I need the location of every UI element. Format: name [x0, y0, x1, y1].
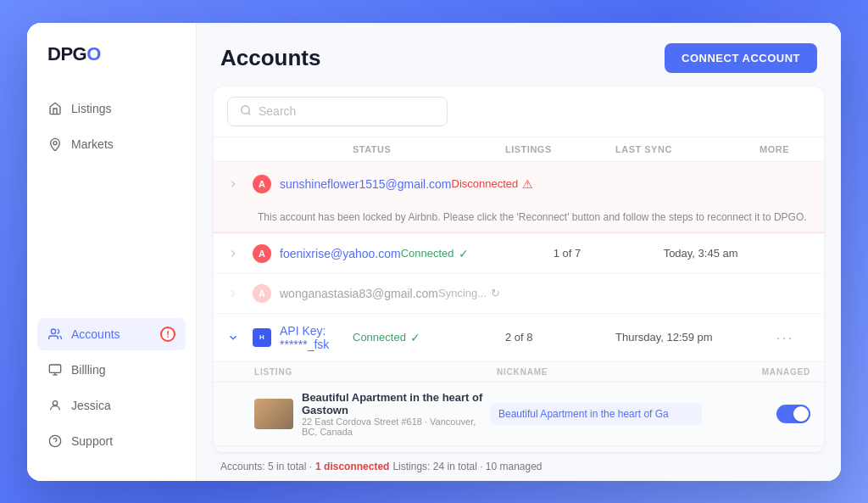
airbnb-icon-2: A	[253, 244, 271, 263]
listing-details-1: Beautiful Apartment in the heart of Gast…	[302, 391, 483, 437]
sub-col-listing: LISTING	[254, 367, 497, 377]
search-icon	[240, 104, 252, 119]
chevron-right-icon	[227, 178, 239, 190]
airbnb-icon: A	[253, 175, 271, 193]
check-icon-4: ✓	[410, 331, 420, 344]
footer-listings-label: Listings: 24 in total · 10 managed	[392, 461, 542, 472]
listing-row-2: ★★★★★ Amazing View! King Bed in the Sky …	[214, 446, 824, 452]
account-row-2: A foenixrise@yahoo.com Connected ✓ 1 of …	[214, 234, 824, 274]
page-title: Accounts	[220, 45, 320, 71]
search-placeholder: Search	[259, 104, 296, 118]
listing-name-1: Beautiful Apartment in the heart of Gast…	[302, 391, 483, 416]
sidebar-item-listings[interactable]: Listings	[37, 92, 186, 125]
help-circle-icon	[47, 433, 63, 449]
sidebar-item-label: Accounts	[71, 327, 120, 341]
account-rows: A sunshineflower1515@gmail.com Disconnec…	[214, 162, 824, 452]
users-icon	[47, 327, 63, 342]
sidebar-item-label: Support	[71, 434, 113, 448]
listing-row-1: Beautiful Apartment in the heart of Gast…	[214, 383, 824, 446]
accounts-badge: !	[160, 327, 175, 342]
nav-bottom: Accounts ! Billling Jessica Support	[27, 318, 196, 461]
connect-account-button[interactable]: CONNECT ACCOUNT	[665, 43, 817, 73]
sidebar-item-support[interactable]: Support	[37, 425, 186, 457]
logo-text: DPGO	[47, 43, 101, 65]
last-sync-2: Today, 3:45 am	[664, 247, 808, 260]
search-bar: Search	[214, 87, 824, 137]
airbnb-icon-3: A	[253, 284, 271, 303]
sidebar-item-accounts[interactable]: Accounts !	[37, 318, 186, 350]
sidebar-item-jessica[interactable]: Jessica	[37, 389, 186, 422]
account-name-3: A wonganastasia83@gmail.com	[227, 284, 438, 303]
accounts-table: Search STATUS LISTINGS LAST SYNC MORE	[214, 87, 824, 452]
home-icon	[47, 101, 63, 116]
svg-point-0	[53, 141, 57, 144]
footer-disconnected-label: 1 disconnected	[315, 461, 389, 472]
status-badge-connected-4: Connected ✓	[353, 331, 505, 344]
last-sync-4: Thursday, 12:59 pm	[615, 331, 760, 344]
svg-point-1	[51, 329, 55, 333]
sidebar-item-markets[interactable]: Markets	[37, 128, 186, 160]
listings-count-2: 1 of 7	[554, 247, 664, 260]
listing-thumb-1	[254, 399, 293, 429]
account-row-3: A wonganastasia83@gmail.com Syncing... ↻…	[214, 274, 824, 314]
sidebar-item-label: Jessica	[71, 399, 111, 412]
sidebar-item-label: Listings	[71, 102, 111, 115]
account-row-main-2[interactable]: A foenixrise@yahoo.com Connected ✓ 1 of …	[214, 234, 824, 273]
sync-icon: ↻	[491, 287, 500, 299]
chevron-right-icon-3	[227, 288, 239, 299]
svg-rect-2	[49, 365, 60, 372]
sub-col-managed: MANAGED	[709, 367, 810, 377]
col-listings: LISTINGS	[505, 144, 615, 154]
svg-point-8	[242, 105, 249, 113]
nav-section: Listings Markets	[27, 92, 196, 318]
col-last-sync: LAST SYNC	[615, 144, 760, 154]
more-options-button-2[interactable]: ···	[808, 246, 824, 261]
account-row-4: H API Key: ******_fsk Connected ✓ 2 of 8…	[214, 314, 824, 452]
sidebar-item-label: Billling	[71, 363, 105, 377]
svg-point-5	[53, 400, 57, 405]
listing-address-1: 22 East Cordova Street #618 · Vancouver,…	[302, 416, 483, 437]
managed-toggle-1[interactable]	[776, 405, 810, 423]
col-more: MORE	[760, 144, 810, 154]
logo: DPGO	[27, 43, 196, 92]
account-name-2: A foenixrise@yahoo.com	[227, 244, 401, 263]
search-input-wrapper[interactable]: Search	[227, 97, 448, 126]
chevron-right-icon-2	[227, 248, 239, 260]
toggle-container-1	[709, 405, 810, 423]
error-message-row: This account has been locked by Airbnb. …	[214, 206, 824, 233]
status-badge-syncing: Syncing... ↻	[438, 287, 591, 299]
file-icon	[47, 362, 63, 377]
app-container: DPGO Listings Markets Accou	[27, 23, 841, 481]
account-row-main-1[interactable]: A sunshineflower1515@gmail.com Disconnec…	[214, 162, 824, 206]
sidebar-item-label: Markets	[71, 137, 114, 151]
account-row-main-4[interactable]: H API Key: ******_fsk Connected ✓ 2 of 8…	[214, 314, 824, 361]
col-status: STATUS	[353, 144, 505, 154]
table-headers: STATUS LISTINGS LAST SYNC MORE	[214, 137, 824, 162]
col-account	[227, 144, 353, 154]
status-badge-disconnected: Disconnected ⚠	[452, 177, 604, 191]
nickname-field-1[interactable]: Beautiful Apartment in the heart of Ga	[490, 403, 702, 425]
sidebar-item-billing[interactable]: Billling	[37, 354, 186, 386]
sub-header: LISTING NICKNAME MANAGED	[214, 362, 824, 383]
chevron-down-icon	[227, 332, 239, 344]
sidebar: DPGO Listings Markets Accou	[27, 23, 197, 481]
listings-count-4: 2 of 8	[505, 331, 615, 344]
page-header: Accounts CONNECT ACCOUNT	[197, 23, 841, 87]
sub-listings: LISTING NICKNAME MANAGED Beau	[214, 361, 824, 452]
warning-icon: ⚠	[522, 177, 533, 191]
vrbo-icon: H	[253, 328, 271, 347]
svg-line-9	[248, 112, 251, 115]
account-name-1: A sunshineflower1515@gmail.com	[227, 175, 452, 193]
listing-thumb-image-1	[254, 399, 293, 429]
sub-col-nickname: NICKNAME	[497, 367, 709, 377]
status-badge-connected-1: Connected ✓	[401, 247, 554, 260]
account-name-4: H API Key: ******_fsk	[227, 324, 353, 351]
more-options-button-4[interactable]: ···	[760, 330, 810, 345]
account-row-disconnected: A sunshineflower1515@gmail.com Disconnec…	[214, 162, 824, 234]
map-pin-icon	[47, 137, 63, 152]
page-footer: Accounts: 5 in total · 1 disconnected Li…	[197, 452, 841, 481]
account-row-main-3[interactable]: A wonganastasia83@gmail.com Syncing... ↻…	[214, 274, 824, 313]
user-icon	[47, 398, 63, 413]
listing-info-1: Beautiful Apartment in the heart of Gast…	[254, 391, 483, 437]
check-icon: ✓	[459, 247, 469, 260]
